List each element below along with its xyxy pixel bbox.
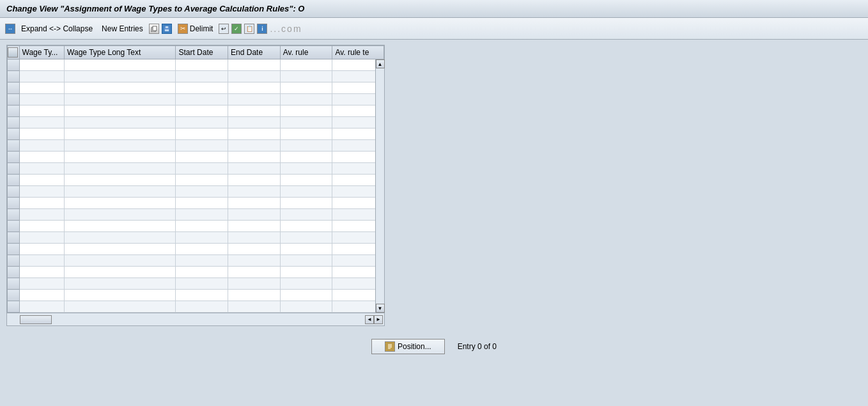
table-row[interactable] [8,152,384,163]
cell-start-date[interactable] [176,232,228,244]
cell-wage-long[interactable] [65,129,176,140]
cell-start-date[interactable] [176,267,228,278]
table-row[interactable] [8,140,384,152]
row-selector[interactable] [8,71,20,82]
row-selector[interactable] [8,221,20,232]
cell-end-date[interactable] [228,105,281,117]
cell-start-date[interactable] [176,278,228,290]
cell-end-date[interactable] [228,59,281,71]
cell-av-rule[interactable] [280,105,332,117]
cell-av-rule[interactable] [280,71,332,82]
row-selector[interactable] [8,301,20,313]
cell-wage-ty[interactable] [19,290,65,301]
cell-av-rule[interactable] [280,198,332,209]
cell-wage-long[interactable] [65,278,176,290]
cell-wage-ty[interactable] [19,105,65,117]
cell-av-rule[interactable] [280,140,332,152]
row-selector[interactable] [8,232,20,244]
cell-wage-long[interactable] [65,244,176,255]
cell-wage-ty[interactable] [19,221,65,232]
cell-av-rule[interactable] [280,186,332,198]
cell-wage-ty[interactable] [19,232,65,244]
cell-end-date[interactable] [228,82,281,94]
cell-wage-long[interactable] [65,152,176,163]
save-icon[interactable] [162,24,172,34]
cell-end-date[interactable] [228,244,281,255]
cell-av-rule[interactable] [280,94,332,105]
cell-end-date[interactable] [228,152,281,163]
cell-end-date[interactable] [228,163,281,175]
scroll-left-button[interactable]: ◄ [365,315,374,324]
cell-start-date[interactable] [176,163,228,175]
vertical-scrollbar[interactable]: ▲ ▼ [375,59,384,313]
cell-end-date[interactable] [228,186,281,198]
select-all-header[interactable] [8,46,20,59]
row-selector[interactable] [8,198,20,209]
cell-end-date[interactable] [228,94,281,105]
cell-av-rule[interactable] [280,255,332,267]
cell-av-rule[interactable] [280,129,332,140]
cell-wage-long[interactable] [65,117,176,129]
cell-wage-long[interactable] [65,59,176,71]
table-row[interactable] [8,163,384,175]
cell-av-rule[interactable] [280,163,332,175]
cell-end-date[interactable] [228,129,281,140]
cell-av-rule[interactable] [280,232,332,244]
table-row[interactable] [8,82,384,94]
cell-av-rule[interactable] [280,244,332,255]
cell-end-date[interactable] [228,209,281,221]
cell-start-date[interactable] [176,129,228,140]
cell-wage-ty[interactable] [19,278,65,290]
cell-av-rule[interactable] [280,175,332,186]
cell-wage-long[interactable] [65,290,176,301]
cell-start-date[interactable] [176,71,228,82]
cell-start-date[interactable] [176,221,228,232]
cell-wage-ty[interactable] [19,198,65,209]
cell-wage-ty[interactable] [19,117,65,129]
cell-end-date[interactable] [228,301,281,313]
document-icon[interactable]: 📋 [244,24,254,34]
row-selector[interactable] [8,82,20,94]
check-icon[interactable]: ✓ [231,24,242,34]
cell-wage-long[interactable] [65,301,176,313]
cell-start-date[interactable] [176,152,228,163]
cell-av-rule[interactable] [280,82,332,94]
cell-end-date[interactable] [228,290,281,301]
cell-av-rule[interactable] [280,278,332,290]
cell-start-date[interactable] [176,82,228,94]
cell-wage-ty[interactable] [19,82,65,94]
row-selector[interactable] [8,105,20,117]
cell-start-date[interactable] [176,290,228,301]
cell-av-rule[interactable] [280,59,332,71]
table-row[interactable] [8,71,384,82]
table-row[interactable] [8,278,384,290]
cell-start-date[interactable] [176,244,228,255]
delimit-button[interactable]: ✂ Delimit [174,22,217,36]
row-selector[interactable] [8,209,20,221]
cell-end-date[interactable] [228,198,281,209]
scroll-right-button[interactable]: ► [374,315,383,324]
row-selector[interactable] [8,129,20,140]
cell-wage-ty[interactable] [19,129,65,140]
cell-end-date[interactable] [228,175,281,186]
cell-wage-long[interactable] [65,221,176,232]
cell-end-date[interactable] [228,278,281,290]
info-icon[interactable]: i [257,24,267,34]
cell-av-rule[interactable] [280,117,332,129]
cell-wage-long[interactable] [65,175,176,186]
cell-wage-ty[interactable] [19,255,65,267]
cell-wage-ty[interactable] [19,301,65,313]
row-selector[interactable] [8,290,20,301]
copy-icon[interactable] [149,24,159,34]
row-selector[interactable] [8,94,20,105]
cell-start-date[interactable] [176,209,228,221]
cell-end-date[interactable] [228,71,281,82]
cell-start-date[interactable] [176,94,228,105]
row-selector[interactable] [8,163,20,175]
cell-end-date[interactable] [228,117,281,129]
cell-av-rule[interactable] [280,301,332,313]
cell-wage-ty[interactable] [19,186,65,198]
table-row[interactable] [8,244,384,255]
table-row[interactable] [8,255,384,267]
scroll-up-button[interactable]: ▲ [376,59,385,68]
